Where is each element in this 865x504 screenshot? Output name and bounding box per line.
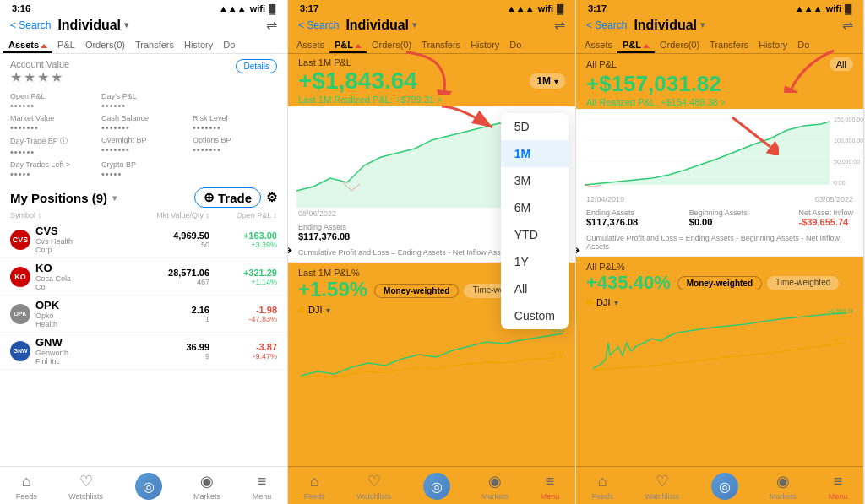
opk-info[interactable]: OPK Opko Health	[35, 299, 78, 328]
day-trades-left-value: •••••	[10, 169, 95, 179]
dji-label-3: DJI	[596, 297, 611, 307]
cash-balance-label: Cash Balance	[101, 114, 186, 122]
black-arrow-left: →	[288, 236, 296, 263]
p3-ending-assets: Ending Assets $117,376.08	[586, 209, 638, 227]
stock-row-ko: KO KO Coca Cola Co 28,571.06 467 +321.29…	[0, 258, 287, 295]
tab-docs-1[interactable]: Do	[218, 35, 240, 53]
back-btn-3[interactable]: < Search	[586, 19, 627, 31]
p3-chart: 150,000.00 100,000.00 50,000.00 0.00	[576, 109, 863, 193]
nav-watchlists-2[interactable]: ♡ Watchlists	[356, 472, 391, 501]
chevron-down-icon-1[interactable]: ▾	[124, 20, 128, 30]
positions-chevron[interactable]: ▾	[112, 193, 117, 203]
back-btn-1[interactable]: < Search	[10, 19, 51, 31]
crypto-bp: Crypto BP •••••	[101, 160, 186, 179]
period-5d[interactable]: 5D	[501, 113, 569, 140]
nav-watchlists-3[interactable]: ♡ Watchlists	[645, 472, 679, 501]
tab-docs-2[interactable]: Do	[504, 35, 526, 53]
tab-transfers-1[interactable]: Transfers	[130, 35, 179, 53]
nav-portfolio-2[interactable]: ◎	[423, 473, 450, 500]
nav-markets-1[interactable]: ◉ Markets	[193, 472, 220, 501]
svg-text:+1,516.18%: +1,516.18%	[828, 309, 853, 314]
account-value-label: Account Value	[10, 59, 69, 69]
nav-markets-3[interactable]: ◉ Markets	[770, 472, 797, 501]
battery-icon-3: ▓	[845, 3, 851, 14]
svg-text:0.00: 0.00	[834, 180, 846, 186]
red-arrow-chart-3	[728, 113, 779, 159]
tab-orders-1[interactable]: Orders(0)	[80, 35, 130, 53]
chevron-down-icon-2[interactable]: ▾	[412, 20, 416, 30]
cvs-info[interactable]: CVS Cvs Health Corp	[35, 225, 78, 254]
cvs-ticker: CVS	[35, 225, 78, 237]
account-title-2: Individual ▾	[345, 18, 416, 33]
nav-menu-1[interactable]: ≡ Menu	[253, 473, 272, 501]
money-weighted-tab-3[interactable]: Money-weighted	[677, 276, 762, 290]
trade-button[interactable]: ⊕ Trade	[194, 187, 261, 208]
filter-icon-2[interactable]: ⇌	[554, 17, 565, 33]
tab-assets-3[interactable]: Assets	[579, 35, 617, 53]
tab-history-2[interactable]: History	[465, 35, 504, 53]
money-weighted-tab-2[interactable]: Money-weighted	[374, 284, 459, 298]
status-icons-3: ▲▲▲ wifi ▓	[795, 3, 851, 14]
nav-feeds-2[interactable]: ⌂ Feeds	[304, 473, 325, 501]
tab-pl-2[interactable]: P&L	[329, 35, 367, 53]
col-symbol[interactable]: Symbol ↕	[10, 211, 78, 219]
tab-pl-1[interactable]: P&L	[52, 35, 80, 53]
day-trades-left[interactable]: Day Trades Left > •••••	[10, 160, 95, 179]
nav-watchlists-1[interactable]: ♡ Watchlists	[68, 472, 103, 501]
nav-feeds-3[interactable]: ⌂ Feeds	[592, 473, 613, 501]
nav-markets-2[interactable]: ◉ Markets	[481, 472, 509, 501]
tab-assets-1[interactable]: Assets	[3, 35, 52, 53]
ko-info[interactable]: KO Coca Cola Co	[35, 262, 78, 291]
period-all[interactable]: All	[501, 275, 569, 302]
wifi-icon-2: wifi	[538, 3, 553, 14]
selected-period: 1M	[536, 75, 551, 87]
gnw-pnl: -3.87 -9.47%	[209, 342, 277, 360]
ko-pnl: +321.29 +1.14%	[209, 268, 277, 286]
chart-container-2: 5D 1M 3M 6M YTD 1Y All Custom	[288, 106, 575, 208]
dji-chevron-3[interactable]: ▾	[614, 298, 618, 307]
status-icons-2: ▲▲▲ wifi ▓	[507, 3, 563, 14]
tab-transfers-3[interactable]: Transfers	[705, 35, 753, 53]
time-period-selector[interactable]: 1M ▾	[530, 73, 565, 89]
period-ytd[interactable]: YTD	[501, 221, 569, 248]
crypto-bp-label: Crypto BP	[101, 160, 186, 169]
col-openpl[interactable]: Open P&L ↕	[209, 211, 277, 219]
svg-text:+0.64%: +0.64%	[550, 350, 565, 356]
nav-portfolio-1[interactable]: ◎	[135, 473, 162, 500]
ko-price: 28,571.06 467	[78, 268, 209, 286]
filter-icon-3[interactable]: ⇌	[842, 17, 853, 33]
red-arrow-2	[433, 102, 501, 152]
ending-assets-2: Ending Assets $117,376.08	[298, 223, 350, 241]
stock-row-cvs: CVS CVS Cvs Health Corp 4,969.50 50 +163…	[0, 221, 287, 258]
period-1y[interactable]: 1Y	[501, 248, 569, 275]
wifi-icon-3: wifi	[826, 3, 841, 14]
back-btn-2[interactable]: < Search	[298, 19, 339, 31]
details-button[interactable]: Details	[236, 59, 277, 73]
nav-portfolio-3[interactable]: ◎	[711, 473, 738, 500]
wifi-icon: wifi	[250, 3, 265, 14]
time-weighted-tab-3[interactable]: Time-weighted	[767, 276, 839, 290]
p2-pnl-pct-value: +1.59%	[298, 278, 367, 301]
tab-pl-3[interactable]: P&L	[617, 35, 655, 53]
chevron-down-icon-3[interactable]: ▾	[700, 20, 705, 30]
period-1m[interactable]: 1M	[501, 140, 569, 167]
dji-chevron-2[interactable]: ▾	[326, 306, 330, 315]
options-bp-label: Options BP	[193, 136, 277, 144]
top-nav-2: < Search Individual ▾ ⇌	[288, 15, 575, 35]
col-mktvalue[interactable]: Mkt Value/Qty ↕	[78, 211, 209, 219]
tab-orders-3[interactable]: Orders(0)	[655, 35, 705, 53]
gnw-info[interactable]: GNW Genworth Finl Inc	[35, 336, 78, 366]
nav-menu-2[interactable]: ≡ Menu	[541, 473, 560, 501]
tab-assets-2[interactable]: Assets	[291, 35, 329, 53]
filter-icon-1[interactable]: ⇌	[266, 17, 277, 33]
period-custom[interactable]: Custom	[501, 302, 569, 329]
nav-menu-3[interactable]: ≡ Menu	[829, 473, 848, 501]
risk-level-label: Risk Level	[193, 114, 277, 122]
settings-icon[interactable]: ⚙	[266, 190, 277, 205]
period-3m[interactable]: 3M	[501, 167, 569, 194]
ko-logo: KO	[10, 267, 30, 287]
period-6m[interactable]: 6M	[501, 194, 569, 221]
nav-feeds-1[interactable]: ⌂ Feeds	[16, 473, 37, 501]
risk-level[interactable]: Risk Level •••••••	[193, 114, 277, 133]
tab-history-1[interactable]: History	[179, 35, 218, 53]
